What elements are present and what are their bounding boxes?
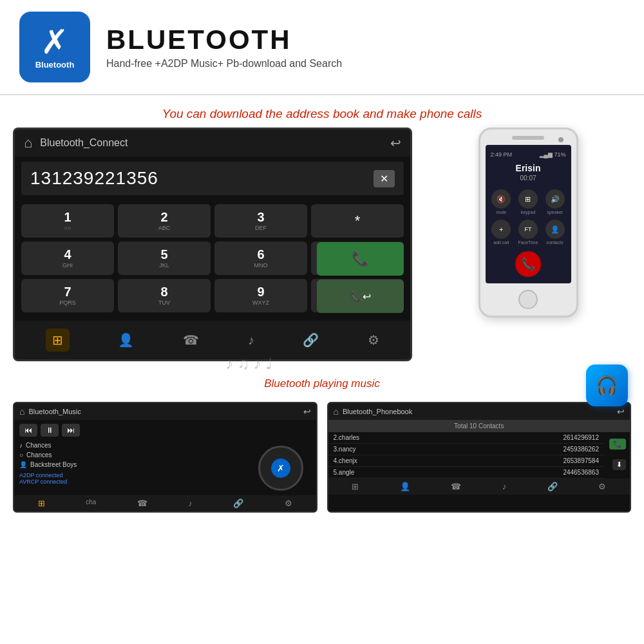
call-duration: 00:07 (491, 175, 566, 182)
pb-nav-contacts[interactable]: 👤 (400, 482, 410, 491)
phone-screen: 2:49 PM ▂▄▆ 71% Erisin 00:07 🔇 mute ⊞ ke… (486, 145, 571, 283)
call-buttons-grid: 🔇 mute ⊞ keypad 🔊 speaker + add call (491, 189, 566, 245)
call-button[interactable]: 📞 (317, 242, 404, 276)
phonebook-body: 2.charles 2614296912 3.nancy 2459386262 … (328, 432, 630, 478)
phone-number: 131239221356 (30, 168, 158, 189)
phonebook-back-icon[interactable]: ↩ (617, 406, 625, 417)
bluetooth-logo: ✗ Bluetooth (19, 12, 90, 82)
phonebook-download-button[interactable]: ⬇ (612, 459, 626, 470)
phonebook-screen-title: Bluetooth_Phonebook (343, 408, 412, 415)
music-nav-music[interactable]: ♪ (188, 498, 193, 508)
top-subtitle: You can download the address book and ma… (0, 95, 644, 128)
pb-nav-apps[interactable]: ⊞ (352, 482, 359, 491)
key-4[interactable]: 4 GHI (21, 242, 114, 275)
next-button[interactable]: ⏭ (62, 424, 80, 437)
music-back-icon[interactable]: ↩ (303, 406, 311, 417)
home-icon[interactable]: ⌂ (24, 135, 32, 151)
phone-signal: ▂▄▆ 71% (540, 151, 566, 158)
key-star[interactable]: * (311, 204, 404, 238)
keypad-button-wrap: ⊞ keypad (517, 189, 539, 214)
music-nav-link[interactable]: 🔗 (233, 498, 243, 508)
bottom-subtitle: Bluetooth playing music (0, 374, 644, 395)
contact-number-charles: 2614296912 (563, 434, 599, 441)
decoration-area: ♪ ♫ ♪ ♩ (0, 361, 644, 374)
contact-number-nancy: 2459386262 (563, 446, 599, 453)
phonebook-home-icon[interactable]: ⌂ (334, 406, 339, 417)
mute-button[interactable]: 🔇 (491, 189, 511, 209)
music-home-icon[interactable]: ⌂ (19, 406, 24, 417)
add-call-button[interactable]: + (491, 220, 511, 239)
artist-name: Backstreet Boys (30, 461, 77, 468)
key-6[interactable]: 6 MNO (214, 242, 307, 275)
phone-camera (558, 137, 564, 142)
nav-apps-icon[interactable]: ⊞ (46, 328, 70, 352)
key-9[interactable]: 9 WXYZ (214, 279, 307, 312)
contacts-button[interactable]: 👤 (545, 220, 565, 239)
speaker-button[interactable]: 🔊 (545, 189, 565, 209)
contact-id-3: 3.nancy (334, 446, 356, 453)
contact-id-2: 2.charles (334, 434, 360, 441)
contacts-button-wrap: 👤 contacts (544, 220, 566, 245)
contact-row-chenjx: 4.chenjx 2653897584 (328, 455, 605, 467)
pb-nav-link[interactable]: 🔗 (547, 482, 558, 491)
header-subtitle: Hand-free +A2DP Music+ Pb-download and S… (106, 58, 342, 70)
prev-button[interactable]: ⏮ (19, 424, 37, 437)
contact-row-angle: 5.angle 2446536863 (328, 467, 605, 478)
contact-row-charles: 2.charles 2614296912 (328, 432, 605, 444)
music-screen-nav: ⊞ cha ☎ ♪ 🔗 ⚙ (14, 495, 316, 511)
nav-contacts-icon[interactable]: 👤 (118, 332, 134, 348)
phone-speaker (512, 136, 544, 140)
main-title: BLUETOOTH (106, 24, 342, 55)
bottom-wrapper: 🎧 Bluetooth playing music ⌂ Bluetooth_Mu… (0, 374, 644, 519)
pb-nav-settings[interactable]: ⚙ (598, 482, 606, 491)
screen-bottom-nav: ⊞ 👤 ☎ ♪ 🔗 ⚙ (15, 321, 410, 359)
music-notes-decoration: ♪ ♫ ♪ ♩ (225, 355, 272, 373)
key-1[interactable]: 1 ○○ (21, 204, 114, 238)
music-nav-apps[interactable]: ⊞ (38, 498, 45, 508)
header-text-block: BLUETOOTH Hand-free +A2DP Music+ Pb-down… (106, 24, 342, 70)
phonebook-screen-nav: ⊞ 👤 ☎ ♪ 🔗 ⚙ (328, 478, 630, 495)
music-screen: ⌂ Bluetooth_Music ↩ ⏮ ⏸ ⏭ ♪ Chances ○ (13, 402, 317, 513)
phone-device-wrapper: 2:49 PM ▂▄▆ 71% Erisin 00:07 🔇 mute ⊞ ke… (425, 128, 631, 317)
contact-id-4: 4.chenjx (334, 457, 357, 464)
track-name-2: Chances (26, 451, 52, 459)
track-name-1: Chances (26, 442, 51, 449)
bluetooth-music-icon: 🎧 (586, 365, 628, 406)
bluetooth-vinyl-icon: ✗ (271, 459, 290, 478)
contact-id-5: 5.angle (334, 469, 355, 476)
backspace-button[interactable]: ✕ (374, 170, 395, 187)
music-nav-phone[interactable]: ☎ (137, 498, 147, 508)
music-nav-text[interactable]: cha (86, 498, 96, 508)
phone-time: 2:49 PM (491, 151, 513, 158)
header-section: ✗ Bluetooth BLUETOOTH Hand-free +A2DP Mu… (0, 0, 644, 95)
phonebook-total: Total 10 Contacts (328, 420, 630, 432)
phonebook-header-left: ⌂ Bluetooth_Phonebook (334, 406, 413, 417)
key-2[interactable]: 2 ABC (118, 204, 211, 238)
key-5[interactable]: 5 JKL (118, 242, 211, 275)
phonebook-screen: ⌂ Bluetooth_Phonebook ↩ Total 10 Contact… (327, 402, 632, 513)
phone-home-button[interactable] (518, 290, 538, 309)
key-7[interactable]: 7 PQRS (21, 279, 114, 312)
play-button[interactable]: ⏸ (41, 424, 59, 437)
pb-nav-phone[interactable]: ☎ (451, 482, 461, 491)
nav-settings-icon[interactable]: ⚙ (368, 332, 379, 348)
nav-phone-icon[interactable]: ☎ (183, 332, 199, 348)
end-call-button[interactable]: 📞 (515, 251, 541, 277)
call-back-button[interactable]: 📞↩ (317, 279, 404, 313)
nav-link-icon[interactable]: 🔗 (303, 332, 319, 348)
facetime-button[interactable]: FT (518, 220, 538, 239)
music-screen-header: ⌂ Bluetooth_Music ↩ (14, 403, 316, 420)
phonebook-call-button[interactable]: 📞 (609, 439, 626, 450)
car-unit-screen: ⌂ Bluetooth_Connect ↩ 131239221356 ✕ 1 ○… (13, 128, 412, 361)
nav-music-icon[interactable]: ♪ (248, 333, 254, 348)
pb-nav-music[interactable]: ♪ (502, 482, 507, 491)
facetime-button-wrap: FT FaceTime (517, 220, 539, 245)
music-nav-settings[interactable]: ⚙ (285, 498, 292, 508)
keypad-button[interactable]: ⊞ (518, 189, 538, 209)
back-arrow-icon[interactable]: ↩ (390, 135, 401, 151)
music-header-left: ⌂ Bluetooth_Music (19, 406, 81, 417)
logo-label: Bluetooth (35, 60, 75, 70)
key-8[interactable]: 8 TUV (118, 279, 211, 312)
key-3[interactable]: 3 DEF (214, 204, 307, 238)
vinyl-disc: ✗ (258, 446, 303, 491)
